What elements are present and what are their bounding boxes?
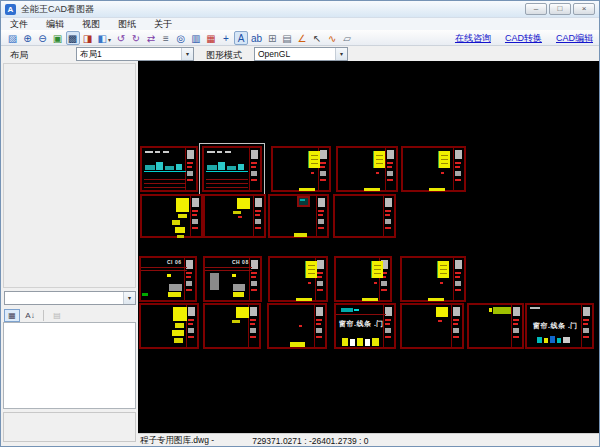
drawing-frame[interactable] xyxy=(140,146,198,192)
frame-mark xyxy=(144,183,186,184)
menu-item-2[interactable]: 视图 xyxy=(73,18,109,30)
annotate-icon[interactable]: ab xyxy=(249,31,264,45)
toolbar-link-0[interactable]: 在线咨询 xyxy=(455,32,491,45)
frame-mark xyxy=(376,155,383,156)
full-extent-icon[interactable]: ▩ xyxy=(66,31,80,45)
frame-mark xyxy=(583,307,590,316)
menu-item-0[interactable]: 文件 xyxy=(1,18,37,30)
drawing-frame[interactable] xyxy=(400,303,464,349)
toolbar-link-1[interactable]: CAD转换 xyxy=(505,32,542,45)
layers-icon[interactable]: ≡ xyxy=(159,31,173,45)
chevron-down-icon[interactable]: ▾ xyxy=(181,48,193,60)
frame-mark xyxy=(175,323,184,328)
copy-icon[interactable]: ▱ xyxy=(340,31,354,45)
measure-angle-icon[interactable]: ∠ xyxy=(295,31,309,45)
property-list[interactable] xyxy=(3,322,136,409)
frame-mark xyxy=(385,328,391,333)
frame-mark xyxy=(188,323,193,325)
frame-mark xyxy=(192,214,197,216)
frame-mark xyxy=(177,235,184,238)
drawing-frame[interactable] xyxy=(268,194,329,238)
circle-tool-icon[interactable]: ◎ xyxy=(174,31,188,45)
drawing-frame-selected[interactable] xyxy=(202,146,262,192)
select-cursor-icon[interactable]: ↖ xyxy=(310,31,324,45)
drawing-frame[interactable]: 窗帘.线条 .门 xyxy=(525,303,594,349)
menu-item-1[interactable]: 编辑 xyxy=(37,18,73,30)
frame-mark xyxy=(583,319,589,321)
palette-icon[interactable]: ▦ xyxy=(204,31,218,45)
frame-mark xyxy=(455,166,460,168)
drawing-frame[interactable] xyxy=(271,146,331,192)
frame-mark xyxy=(317,289,323,291)
property-selector-dropdown[interactable]: ▾ xyxy=(4,291,136,305)
frame-mark xyxy=(169,284,182,291)
drawing-frame[interactable] xyxy=(268,256,328,302)
drawing-frame[interactable] xyxy=(334,256,392,302)
frame-mark xyxy=(320,162,326,164)
frame-mark xyxy=(255,214,260,216)
close-button[interactable]: × xyxy=(573,3,595,15)
mirror-icon[interactable]: ⇄ xyxy=(144,31,158,45)
frame-mark xyxy=(381,289,387,291)
layout-dropdown[interactable]: 布局1 ▾ xyxy=(76,47,194,61)
frame-mark xyxy=(374,282,377,284)
color-mode-icon[interactable]: ◧▾ xyxy=(96,31,113,45)
move-icon[interactable]: + xyxy=(219,31,233,45)
frame-mark xyxy=(251,150,258,159)
drawing-frame[interactable] xyxy=(139,303,199,349)
menu-item-4[interactable]: 关于 xyxy=(145,18,181,30)
layout-thumbnail-panel[interactable] xyxy=(3,63,136,288)
frame-mark xyxy=(311,172,314,174)
rotate-left-icon[interactable]: ↺ xyxy=(114,31,128,45)
linetype-icon[interactable]: ▥ xyxy=(189,31,203,45)
drawing-frame[interactable] xyxy=(140,194,203,238)
page-setup-icon[interactable]: ⊞ xyxy=(265,31,279,45)
frame-mark xyxy=(290,342,305,347)
frame-mark xyxy=(251,166,256,168)
minimize-button[interactable]: – xyxy=(525,3,547,15)
chevron-down-icon[interactable]: ▾ xyxy=(335,48,347,60)
drawing-frame[interactable] xyxy=(400,256,466,302)
open-file-icon[interactable]: ▨ xyxy=(6,31,20,45)
drawing-frame[interactable] xyxy=(467,303,524,349)
menu-item-3[interactable]: 图纸 xyxy=(109,18,145,30)
cad-canvas[interactable]: CI 06CH 08窗帘.线条 .门窗帘.线条 .门 xyxy=(138,61,600,433)
sort-alphabetical-button[interactable]: A↓ xyxy=(22,309,38,322)
frame-mark xyxy=(205,267,252,268)
frame-mark xyxy=(188,307,195,316)
drawing-frame[interactable] xyxy=(333,194,396,238)
toolbar-link-2[interactable]: CAD编辑 xyxy=(556,32,593,45)
zoom-out-icon[interactable]: ⊖ xyxy=(36,31,50,45)
frame-mark xyxy=(233,211,241,214)
drawing-frame[interactable]: 窗帘.线条 .门 xyxy=(334,303,396,349)
frame-mark xyxy=(294,233,307,237)
drawing-frame[interactable] xyxy=(401,146,466,192)
frame-mark xyxy=(320,166,325,168)
maximize-button[interactable]: □ xyxy=(549,3,571,15)
frame-mark xyxy=(186,289,192,291)
fit-view-icon[interactable]: ▣ xyxy=(51,31,65,45)
frame-mark xyxy=(557,338,561,343)
drawing-frame[interactable] xyxy=(267,303,327,349)
categorized-view-button[interactable]: ▦ xyxy=(4,309,20,322)
frame-mark xyxy=(188,328,194,333)
print-icon[interactable]: ▤ xyxy=(280,31,294,45)
text-tool-icon[interactable]: A xyxy=(234,31,248,45)
drawing-frame[interactable]: CH 08 xyxy=(203,256,262,302)
polyline-icon[interactable]: ∿ xyxy=(325,31,339,45)
frame-mark xyxy=(563,337,570,343)
frame-mark xyxy=(374,269,381,270)
drawing-frame[interactable] xyxy=(203,194,266,238)
frame-mark xyxy=(255,227,261,229)
background-color-icon[interactable]: ◨ xyxy=(81,31,95,45)
zoom-in-icon[interactable]: ⊕ xyxy=(21,31,35,45)
rotate-right-icon[interactable]: ↻ xyxy=(129,31,143,45)
drawing-frame[interactable] xyxy=(336,146,398,192)
graphics-mode-dropdown[interactable]: OpenGL ▾ xyxy=(254,47,348,61)
drawing-frame[interactable]: CI 06 xyxy=(139,256,197,302)
chevron-down-icon[interactable]: ▾ xyxy=(123,292,135,304)
frame-mark xyxy=(176,164,182,170)
frame-mark xyxy=(144,187,186,188)
drawing-frame[interactable] xyxy=(203,303,261,349)
frame-mark xyxy=(232,320,240,323)
